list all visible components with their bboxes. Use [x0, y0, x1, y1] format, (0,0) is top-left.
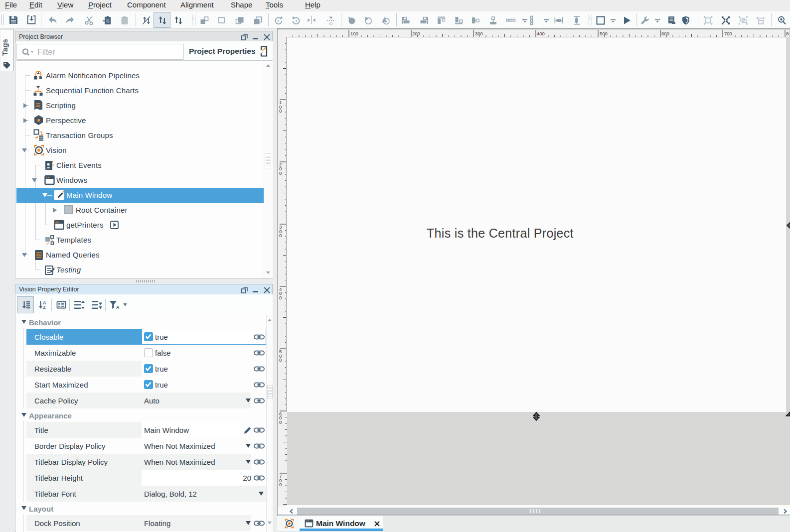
svg-text:0: 0: [279, 295, 282, 300]
svg-text:0: 0: [279, 482, 282, 487]
svg-text:800: 800: [786, 31, 789, 36]
svg-text:400: 400: [537, 31, 545, 36]
svg-text:300: 300: [475, 31, 483, 36]
svg-text:0: 0: [279, 357, 282, 363]
svg-text:A: A: [116, 305, 120, 310]
svg-text:0: 0: [279, 170, 282, 176]
svg-text:100: 100: [350, 31, 358, 36]
svg-text:0: 0: [279, 233, 282, 238]
svg-text:200: 200: [412, 31, 420, 36]
svg-text:0: 0: [279, 419, 282, 425]
svg-text:0: 0: [279, 108, 282, 114]
svg-text:Z: Z: [43, 305, 46, 310]
svg-text:600: 600: [661, 31, 669, 36]
svg-text:700: 700: [724, 31, 732, 36]
svg-text:500: 500: [600, 31, 608, 36]
